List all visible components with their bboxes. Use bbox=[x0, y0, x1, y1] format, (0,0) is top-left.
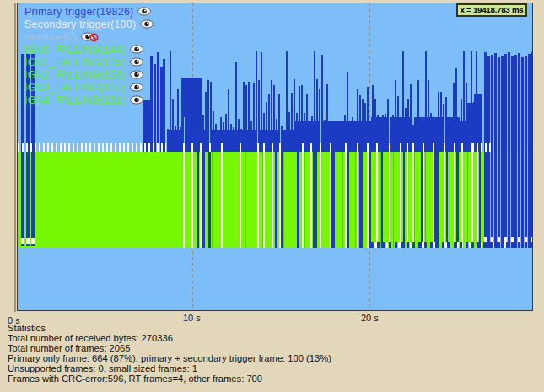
histogram-bar bbox=[248, 82, 250, 152]
event-mark bbox=[525, 237, 527, 242]
histogram-bar bbox=[415, 118, 417, 152]
visibility-eye-icon[interactable] bbox=[130, 95, 143, 105]
tick bbox=[183, 143, 185, 152]
visibility-eye-icon[interactable] bbox=[137, 7, 151, 16]
legend-label: Primary trigger(19826) bbox=[24, 6, 133, 18]
event-mark bbox=[26, 238, 30, 244]
event-bar bbox=[521, 57, 524, 248]
histogram-bar bbox=[294, 79, 295, 152]
legend-label: IGN4_FALLING(131) bbox=[24, 94, 126, 106]
histogram-bar bbox=[448, 118, 450, 152]
event-bar bbox=[491, 55, 493, 248]
band-gap bbox=[240, 151, 241, 248]
bottom-mark bbox=[377, 242, 380, 248]
legend-item-ign0-falling[interactable]: IGN0_FALLING(144) bbox=[24, 43, 154, 56]
tick bbox=[461, 143, 463, 152]
bottom-mark bbox=[434, 242, 435, 248]
x-axis-tick-20s: 20 s bbox=[361, 313, 379, 323]
legend-item-ign1-falling[interactable]: IGN1_FALLING(135) bbox=[24, 56, 154, 68]
band-texture-line bbox=[355, 151, 356, 248]
legend-item-ign2-falling[interactable]: IGN2_FALLING(153) bbox=[24, 68, 154, 81]
histogram-bar bbox=[445, 97, 447, 152]
event-bar bbox=[511, 56, 514, 248]
bottom-mark bbox=[495, 242, 498, 248]
histogram-bar bbox=[256, 51, 257, 152]
band-gap bbox=[461, 151, 463, 248]
bottom-mark bbox=[445, 242, 447, 248]
legend-item-secondary-trigger[interactable]: Secondary trigger(100) bbox=[24, 18, 154, 30]
histogram-bar bbox=[202, 115, 204, 152]
band-texture-line bbox=[414, 151, 415, 248]
histogram-bar bbox=[362, 99, 364, 152]
legend-item-realtime[interactable]: realtime(0) bbox=[24, 30, 154, 43]
visibility-eye-icon[interactable] bbox=[130, 83, 143, 92]
tick bbox=[191, 143, 193, 152]
event-bar bbox=[518, 53, 520, 248]
bottom-mark bbox=[374, 242, 376, 248]
event-bar bbox=[528, 54, 531, 248]
histogram-bar bbox=[233, 127, 234, 152]
event-bar bbox=[487, 56, 490, 248]
tick bbox=[389, 143, 390, 152]
legend-item-ign3-falling[interactable]: IGN3_FALLING(137) bbox=[24, 81, 154, 94]
visibility-eye-icon[interactable] bbox=[140, 19, 154, 29]
tick bbox=[272, 143, 273, 152]
histogram-bar bbox=[283, 130, 285, 152]
histogram-bar bbox=[326, 84, 328, 152]
band-texture-line bbox=[212, 151, 213, 248]
histogram-bar bbox=[250, 121, 252, 152]
tick bbox=[263, 143, 265, 152]
bottom-mark bbox=[507, 242, 509, 248]
band-gap bbox=[357, 151, 358, 248]
histogram-bar bbox=[245, 85, 247, 152]
tick bbox=[477, 143, 478, 152]
histogram-bar bbox=[276, 119, 277, 152]
bottom-mark bbox=[471, 242, 474, 248]
event-bar bbox=[504, 54, 507, 248]
histogram-bar bbox=[342, 130, 343, 152]
tick bbox=[376, 143, 378, 152]
bottom-mark bbox=[442, 242, 444, 248]
bottom-mark bbox=[493, 242, 494, 248]
histogram-bar bbox=[213, 111, 214, 152]
histogram-bar bbox=[438, 92, 439, 152]
event-bar bbox=[501, 56, 504, 248]
legend-item-primary-trigger[interactable]: Primary trigger(19826) bbox=[24, 5, 154, 18]
band-gap bbox=[400, 151, 401, 248]
visibility-eye-icon[interactable] bbox=[130, 70, 143, 79]
histogram-bar bbox=[347, 72, 348, 152]
tick bbox=[240, 143, 241, 152]
bottom-mark bbox=[424, 242, 427, 248]
event-mark bbox=[498, 237, 500, 242]
band-gap bbox=[257, 151, 259, 248]
band-texture-line bbox=[342, 151, 343, 248]
histogram-bar bbox=[223, 122, 224, 152]
histogram-bar bbox=[359, 95, 361, 152]
visibility-eye-icon[interactable] bbox=[130, 57, 143, 67]
visibility-eye-icon[interactable] bbox=[130, 45, 143, 54]
bottom-mark bbox=[418, 242, 421, 248]
histogram-bar bbox=[157, 52, 159, 152]
histogram-bar bbox=[271, 80, 272, 152]
histogram-bar bbox=[185, 124, 186, 152]
visibility-eye-icon[interactable] bbox=[81, 32, 94, 41]
band-texture-line bbox=[425, 151, 426, 248]
legend-item-ign4-falling[interactable]: IGN4_FALLING(131) bbox=[24, 94, 154, 106]
histogram-bar bbox=[385, 114, 386, 152]
event-line bbox=[202, 151, 205, 248]
band-gap bbox=[302, 151, 304, 248]
bottom-mark bbox=[501, 242, 504, 248]
histogram-bar bbox=[235, 62, 237, 152]
timeline-chart[interactable]: Primary trigger(19826) Secondary trigger… bbox=[17, 3, 533, 311]
histogram-bar bbox=[334, 126, 336, 152]
event-line bbox=[208, 151, 211, 248]
event-line bbox=[434, 151, 439, 248]
event-bar bbox=[531, 52, 532, 248]
band-gap bbox=[221, 151, 223, 248]
event-line bbox=[381, 151, 383, 248]
tick bbox=[345, 143, 347, 152]
histogram-bar bbox=[420, 126, 422, 152]
histogram-bar bbox=[397, 96, 399, 152]
histogram-bar bbox=[291, 93, 293, 152]
band-gap bbox=[389, 151, 390, 248]
